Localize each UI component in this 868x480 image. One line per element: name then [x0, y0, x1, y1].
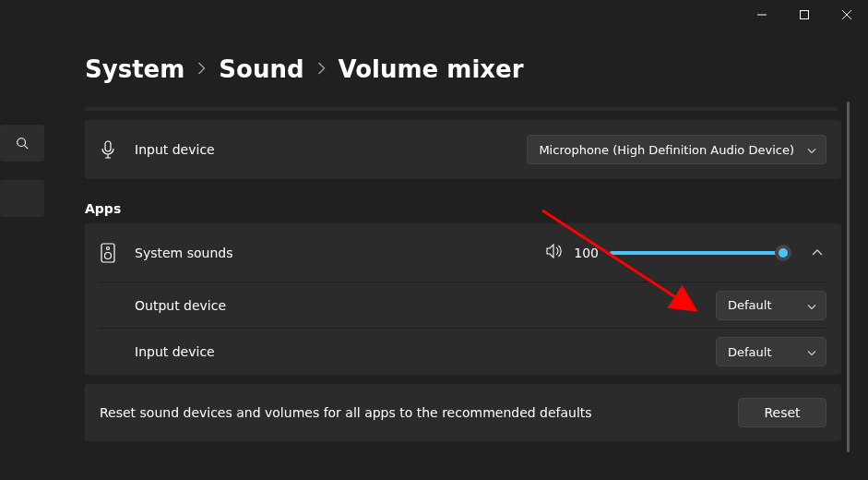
close-button[interactable] [826, 0, 868, 30]
svg-point-5 [105, 252, 112, 258]
chevron-down-icon [807, 298, 816, 312]
breadcrumb-system[interactable]: System [85, 55, 184, 83]
input-device-dropdown[interactable]: Microphone (High Definition Audio Device… [527, 135, 826, 164]
search-button[interactable] [0, 125, 44, 162]
app-input-device-label: Input device [135, 344, 215, 359]
speaker-device-icon [100, 243, 116, 263]
svg-rect-2 [105, 141, 111, 151]
app-input-device-row: Input device Default [100, 329, 826, 375]
input-device-card: Input device Microphone (High Definition… [85, 120, 841, 179]
output-device-row: Output device Default [100, 282, 826, 329]
titlebar [0, 0, 868, 30]
breadcrumb-current: Volume mixer [339, 55, 524, 83]
left-rail [0, 125, 44, 235]
input-device-label: Input device [135, 142, 215, 157]
output-device-label: Output device [135, 298, 226, 313]
dropdown-value: Default [728, 298, 772, 312]
apps-header: Apps [85, 201, 838, 216]
svg-rect-0 [801, 11, 809, 19]
chevron-right-icon [197, 61, 206, 78]
volume-value: 100 [574, 246, 599, 260]
volume-icon [546, 244, 563, 262]
reset-button[interactable]: Reset [738, 398, 826, 427]
svg-point-1 [18, 138, 26, 147]
dropdown-value: Default [728, 345, 772, 359]
dropdown-value: Microphone (High Definition Audio Device… [539, 143, 794, 157]
slider-thumb[interactable] [775, 245, 791, 261]
card-edge [85, 107, 838, 111]
system-sounds-card: System sounds 100 Output dev [85, 223, 841, 375]
reset-button-label: Reset [764, 405, 800, 420]
svg-point-4 [107, 246, 110, 249]
reset-card: Reset sound devices and volumes for all … [85, 384, 841, 441]
breadcrumb-sound[interactable]: Sound [219, 55, 303, 83]
system-sounds-row[interactable]: System sounds 100 [100, 223, 826, 282]
chevron-down-icon [807, 345, 816, 359]
collapse-icon[interactable] [808, 249, 826, 256]
system-sounds-label: System sounds [135, 246, 232, 260]
reset-text: Reset sound devices and volumes for all … [100, 405, 592, 420]
volume-slider[interactable] [610, 244, 790, 262]
maximize-button[interactable] [783, 0, 826, 30]
minimize-button[interactable] [741, 0, 783, 30]
chevron-right-icon [317, 61, 326, 78]
app-input-device-dropdown[interactable]: Default [716, 337, 826, 366]
scrollbar[interactable] [847, 102, 850, 452]
microphone-icon [100, 140, 116, 159]
nav-item[interactable] [0, 180, 44, 217]
output-device-dropdown[interactable]: Default [716, 291, 826, 320]
breadcrumb: System Sound Volume mixer [85, 55, 846, 83]
chevron-down-icon [807, 143, 816, 157]
